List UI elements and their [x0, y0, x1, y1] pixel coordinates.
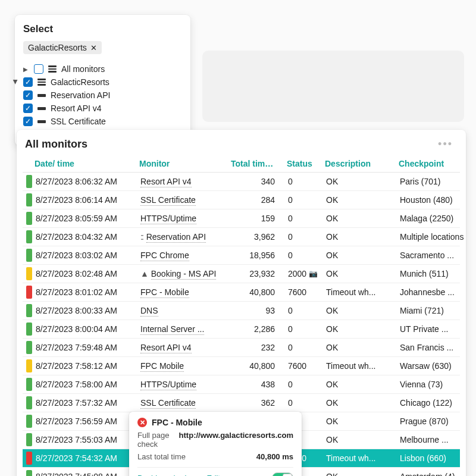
- tree-row-child[interactable]: Resort API v4: [23, 102, 182, 115]
- status-color-bar: [26, 415, 32, 428]
- cell-checkpoint: Warsaw (630): [399, 360, 470, 372]
- table-row[interactable]: 8/27/2023 8:06:14 AMSSL Certificate2840O…: [23, 191, 460, 209]
- cell-checkpoint: Multiple locations: [399, 231, 470, 243]
- table-row[interactable]: 8/27/2023 8:00:33 AMDNS930OKMiami (721): [23, 302, 460, 320]
- cell-monitor[interactable]: SSL Certificate: [139, 397, 228, 409]
- cell-status: 7600: [287, 360, 322, 372]
- cell-checkpoint: Lisbon (660): [399, 452, 470, 464]
- filter-chip-label: GalacticResorts: [28, 43, 87, 52]
- cell-status: 0: [287, 342, 322, 353]
- status-color-bar: [26, 433, 32, 446]
- checkbox-child[interactable]: [23, 104, 33, 113]
- cell-monitor[interactable]: HTTPS/Uptime: [139, 212, 228, 224]
- select-title: Select: [23, 23, 182, 35]
- chevron-right-icon[interactable]: ▶: [23, 66, 29, 73]
- table-row[interactable]: 8/27/2023 8:03:02 AMFPC Chrome18,9560OKS…: [23, 246, 460, 265]
- col-checkpoint[interactable]: Checkpoint: [399, 159, 470, 168]
- checkbox-child[interactable]: [23, 117, 33, 126]
- cell-monitor[interactable]: :: Reservation API: [139, 231, 228, 243]
- table-header-row: Date/ time Monitor Total time (ms) Statu…: [23, 155, 460, 173]
- cell-monitor[interactable]: FPC - Mobile: [139, 286, 228, 298]
- cell-description: OK: [325, 212, 396, 224]
- table-row[interactable]: 8/27/2023 7:58:12 AMFPC Mobile40,8007600…: [23, 357, 460, 375]
- col-monitor[interactable]: Monitor: [139, 159, 228, 168]
- tree-row-child[interactable]: Reservation API: [23, 89, 182, 102]
- cell-checkpoint: Munich (511): [399, 268, 470, 280]
- col-total[interactable]: Total time (ms): [231, 159, 284, 168]
- cell-datetime: 8/27/2023 7:56:59 AM: [35, 415, 137, 427]
- cell-checkpoint: Melbourne ...: [399, 434, 470, 446]
- table-row[interactable]: 8/27/2023 7:59:48 AMResort API v42320OKS…: [23, 339, 460, 357]
- cell-description: OK: [325, 378, 396, 390]
- cell-datetime: 8/27/2023 8:04:32 AM: [35, 231, 137, 243]
- table-row[interactable]: 8/27/2023 8:04:32 AM:: Reservation API3,…: [23, 228, 460, 246]
- popover-edit-link[interactable]: Edit: [207, 474, 220, 477]
- filter-chip-remove-icon[interactable]: ✕: [90, 43, 97, 52]
- group-icon: [37, 79, 46, 86]
- cell-description: OK: [325, 415, 396, 427]
- table-row[interactable]: 8/27/2023 7:57:32 AMSSL Certificate3620O…: [23, 394, 460, 412]
- table-menu-icon[interactable]: •••: [438, 138, 455, 151]
- table-row[interactable]: 8/27/2023 8:06:32 AMResort API v43400OKP…: [23, 173, 460, 191]
- tree-all-label: All monitors: [61, 64, 105, 74]
- popover-log-link[interactable]: Log: [184, 474, 198, 477]
- cell-total: 362: [231, 397, 284, 409]
- col-status[interactable]: Status: [287, 159, 322, 168]
- cell-description: Timeout wh...: [325, 360, 396, 372]
- tree-child-label: Resort API v4: [51, 104, 102, 113]
- table-row[interactable]: 8/27/2023 7:58:00 AMHTTPS/Uptime4380OKVi…: [23, 375, 460, 394]
- cell-status: 0: [287, 212, 322, 224]
- checkbox-all[interactable]: [34, 64, 43, 74]
- col-desc[interactable]: Description: [325, 159, 396, 168]
- cell-monitor[interactable]: ▲ Booking - MS API: [139, 268, 228, 280]
- table-row[interactable]: 8/27/2023 8:01:02 AMFPC - Mobile40,80076…: [23, 283, 460, 302]
- filter-chip[interactable]: GalacticResorts ✕: [23, 41, 102, 54]
- cell-monitor[interactable]: HTTPS/Uptime: [139, 378, 228, 390]
- cell-monitor[interactable]: Resort API v4: [139, 176, 228, 187]
- monitor-prefix-icon: ::: [140, 232, 143, 242]
- cell-datetime: 8/27/2023 8:06:32 AM: [35, 176, 137, 187]
- cell-monitor[interactable]: FPC Mobile: [139, 360, 228, 372]
- status-color-bar: [26, 286, 32, 299]
- cell-status: 0: [287, 194, 322, 206]
- checkbox-group[interactable]: [23, 77, 33, 87]
- cell-monitor[interactable]: DNS: [139, 305, 228, 317]
- cell-datetime: 8/27/2023 7:58:00 AM: [35, 378, 137, 390]
- cell-checkpoint: Malaga (2250): [399, 212, 470, 224]
- table-row[interactable]: 8/27/2023 8:00:04 AMInternal Server ...2…: [23, 320, 460, 339]
- cell-description: OK: [325, 305, 396, 317]
- cell-description: OK: [325, 268, 396, 280]
- col-datetime[interactable]: Date/ time: [35, 159, 137, 168]
- cell-monitor[interactable]: Internal Server ...: [139, 323, 228, 335]
- table-row[interactable]: 8/27/2023 8:05:59 AMHTTPS/Uptime1590OKMa…: [23, 209, 460, 228]
- status-color-bar: [26, 452, 32, 465]
- tree-row-child[interactable]: SSL Certificate: [23, 115, 182, 128]
- chevron-down-icon[interactable]: ▶: [12, 79, 19, 85]
- cell-total: 3,962: [231, 231, 284, 243]
- cell-status: 0: [287, 378, 322, 390]
- cell-total: 232: [231, 342, 284, 353]
- cell-checkpoint: San Francis ...: [399, 342, 470, 353]
- cell-datetime: 8/27/2023 8:03:02 AM: [35, 249, 137, 261]
- table-row[interactable]: 8/27/2023 8:02:48 AM▲ Booking - MS API23…: [23, 265, 460, 283]
- monitor-icon: [37, 94, 46, 97]
- popover-links: Dashboard Log Edit: [137, 474, 227, 477]
- cell-checkpoint: Prague (870): [399, 415, 470, 427]
- cell-status: 0: [287, 249, 322, 261]
- group-icon: [48, 65, 57, 73]
- cell-monitor[interactable]: Resort API v4: [139, 342, 228, 353]
- popover-toggle[interactable]: [272, 472, 293, 476]
- tree-row-all[interactable]: ▶ All monitors: [23, 62, 182, 76]
- popover-dashboard-link[interactable]: Dashboard: [137, 474, 176, 477]
- cell-monitor[interactable]: SSL Certificate: [139, 194, 228, 206]
- cell-datetime: 8/27/2023 7:54:32 AM: [35, 452, 137, 464]
- cell-total: 93: [231, 305, 284, 317]
- popover-url: http://www.galacticresorts.com: [179, 431, 293, 449]
- monitor-icon: [37, 120, 46, 123]
- popover-total-label: Last total time: [137, 452, 186, 461]
- cell-monitor[interactable]: FPC Chrome: [139, 249, 228, 261]
- cell-description: OK: [325, 323, 396, 335]
- tree-row-group[interactable]: ▶ GalacticResorts: [23, 76, 182, 89]
- checkbox-child[interactable]: [23, 90, 33, 100]
- popover-type-label: Full page check: [137, 431, 179, 449]
